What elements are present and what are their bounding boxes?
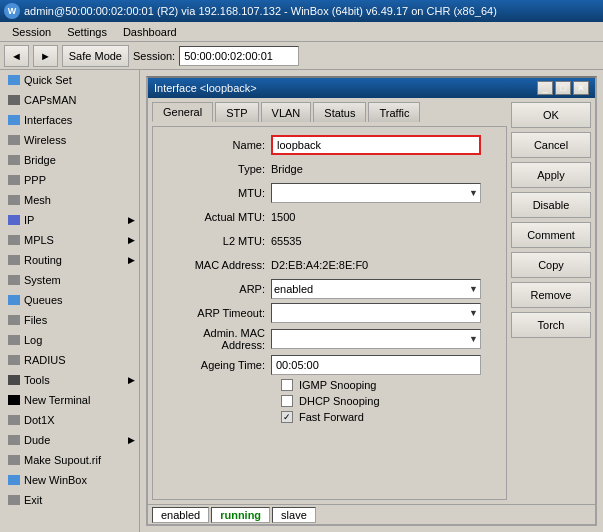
toolbar: ◄ ► Safe Mode Session: xyxy=(0,42,603,70)
l2-mtu-value: 65535 xyxy=(271,235,302,247)
menu-settings[interactable]: Settings xyxy=(59,24,115,40)
make-supout-icon xyxy=(8,455,20,465)
sidebar-item-interfaces[interactable]: Interfaces xyxy=(0,110,139,130)
dhcp-checkbox-row: DHCP Snooping xyxy=(161,395,498,407)
ip-arrow-icon: ▶ xyxy=(128,215,135,225)
sidebar-item-files[interactable]: Files xyxy=(0,310,139,330)
disable-button[interactable]: Disable xyxy=(511,192,591,218)
remove-button[interactable]: Remove xyxy=(511,282,591,308)
sidebar-item-make-supout[interactable]: Make Supout.rif xyxy=(0,450,139,470)
mpls-arrow-icon: ▶ xyxy=(128,235,135,245)
title-bar: W admin@50:00:00:02:00:01 (R2) via 192.1… xyxy=(0,0,603,22)
arp-value: enabled xyxy=(274,283,313,295)
system-icon xyxy=(8,275,20,285)
sidebar-item-system[interactable]: System xyxy=(0,270,139,290)
close-button[interactable]: ✕ xyxy=(573,81,589,95)
tab-general[interactable]: General xyxy=(152,102,213,122)
files-icon xyxy=(8,315,20,325)
sidebar-item-log[interactable]: Log xyxy=(0,330,139,350)
cancel-button[interactable]: Cancel xyxy=(511,132,591,158)
sidebar-item-dot1x[interactable]: Dot1X xyxy=(0,410,139,430)
status-slave: slave xyxy=(272,507,316,523)
content-area: Interface <loopback> _ □ ✕ General STP V… xyxy=(140,70,603,532)
menu-dashboard[interactable]: Dashboard xyxy=(115,24,185,40)
apply-button[interactable]: Apply xyxy=(511,162,591,188)
sidebar-item-quick-set[interactable]: Quick Set xyxy=(0,70,139,90)
sidebar-item-routing[interactable]: Routing ▶ xyxy=(0,250,139,270)
log-icon xyxy=(8,335,20,345)
ageing-time-label: Ageing Time: xyxy=(161,359,271,371)
sidebar-item-ppp[interactable]: PPP xyxy=(0,170,139,190)
wireless-icon xyxy=(8,135,20,145)
exit-icon xyxy=(8,495,20,505)
radius-icon xyxy=(8,355,20,365)
dhcp-checkbox[interactable] xyxy=(281,395,293,407)
admin-mac-dropdown-icon: ▼ xyxy=(469,334,478,344)
ip-icon xyxy=(8,215,20,225)
sidebar-item-bridge[interactable]: Bridge xyxy=(0,150,139,170)
dialog-title-buttons: _ □ ✕ xyxy=(537,81,589,95)
mtu-select[interactable]: ▼ xyxy=(271,183,481,203)
interface-dialog: Interface <loopback> _ □ ✕ General STP V… xyxy=(146,76,597,526)
ppp-icon xyxy=(8,175,20,185)
ok-button[interactable]: OK xyxy=(511,102,591,128)
mtu-dropdown-icon: ▼ xyxy=(469,188,478,198)
name-input[interactable] xyxy=(271,135,481,155)
copy-button[interactable]: Copy xyxy=(511,252,591,278)
sidebar-item-exit[interactable]: Exit xyxy=(0,490,139,510)
ageing-time-input[interactable] xyxy=(271,355,481,375)
arp-timeout-select[interactable]: ▼ xyxy=(271,303,481,323)
name-label: Name: xyxy=(161,139,271,151)
menu-session[interactable]: Session xyxy=(4,24,59,40)
l2-mtu-field-row: L2 MTU: 65535 xyxy=(161,231,498,251)
sidebar-item-dude[interactable]: Dude ▶ xyxy=(0,430,139,450)
fast-forward-checkbox-row: ✓ Fast Forward xyxy=(161,411,498,423)
maximize-button[interactable]: □ xyxy=(555,81,571,95)
sidebar-item-new-winbox[interactable]: New WinBox xyxy=(0,470,139,490)
dude-arrow-icon: ▶ xyxy=(128,435,135,445)
arp-dropdown-icon: ▼ xyxy=(469,284,478,294)
sidebar-item-ip[interactable]: IP ▶ xyxy=(0,210,139,230)
status-running: running xyxy=(211,507,270,523)
torch-button[interactable]: Torch xyxy=(511,312,591,338)
quick-set-icon xyxy=(8,75,20,85)
dialog-title-bar: Interface <loopback> _ □ ✕ xyxy=(148,78,595,98)
sidebar-item-capsman[interactable]: CAPsMAN xyxy=(0,90,139,110)
sidebar-item-mesh[interactable]: Mesh xyxy=(0,190,139,210)
menu-bar: Session Settings Dashboard xyxy=(0,22,603,42)
fast-forward-label: Fast Forward xyxy=(299,411,364,423)
mpls-icon xyxy=(8,235,20,245)
sidebar-item-new-terminal[interactable]: New Terminal xyxy=(0,390,139,410)
capsman-icon xyxy=(8,95,20,105)
arp-label: ARP: xyxy=(161,283,271,295)
igmp-checkbox[interactable] xyxy=(281,379,293,391)
sidebar-item-tools[interactable]: Tools ▶ xyxy=(0,370,139,390)
forward-button[interactable]: ► xyxy=(33,45,58,67)
arp-select[interactable]: enabled ▼ xyxy=(271,279,481,299)
bridge-icon xyxy=(8,155,20,165)
tab-stp[interactable]: STP xyxy=(215,102,258,122)
sidebar-item-queues[interactable]: Queues xyxy=(0,290,139,310)
igmp-checkbox-row: IGMP Snooping xyxy=(161,379,498,391)
arp-timeout-dropdown-icon: ▼ xyxy=(469,308,478,318)
sidebar-item-mpls[interactable]: MPLS ▶ xyxy=(0,230,139,250)
arp-timeout-field-row: ARP Timeout: ▼ xyxy=(161,303,498,323)
admin-mac-select[interactable]: ▼ xyxy=(271,329,481,349)
tab-vlan[interactable]: VLAN xyxy=(261,102,312,122)
comment-button[interactable]: Comment xyxy=(511,222,591,248)
new-winbox-icon xyxy=(8,475,20,485)
safemode-button[interactable]: Safe Mode xyxy=(62,45,129,67)
minimize-button[interactable]: _ xyxy=(537,81,553,95)
fast-forward-checkbox[interactable]: ✓ xyxy=(281,411,293,423)
tab-status[interactable]: Status xyxy=(313,102,366,122)
tab-traffic[interactable]: Traffic xyxy=(368,102,420,122)
sidebar-item-wireless[interactable]: Wireless xyxy=(0,130,139,150)
session-input[interactable] xyxy=(179,46,299,66)
app-icon: W xyxy=(4,3,20,19)
back-button[interactable]: ◄ xyxy=(4,45,29,67)
actual-mtu-value: 1500 xyxy=(271,211,295,223)
dude-icon xyxy=(8,435,20,445)
mtu-field-row: MTU: ▼ xyxy=(161,183,498,203)
mac-value: D2:EB:A4:2E:8E:F0 xyxy=(271,259,368,271)
sidebar-item-radius[interactable]: RADIUS xyxy=(0,350,139,370)
